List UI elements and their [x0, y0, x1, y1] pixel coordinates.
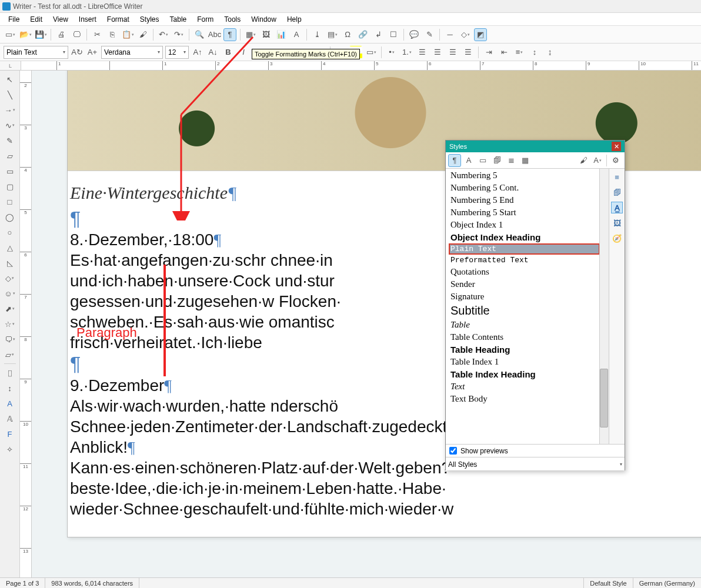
style-item[interactable]: Text	[449, 381, 599, 392]
print-preview-button[interactable]: 🖵	[70, 28, 83, 41]
style-item[interactable]: Table Contents	[449, 332, 599, 343]
save-button[interactable]: 💾	[34, 28, 47, 41]
style-item[interactable]: Object Index Heading	[449, 232, 599, 243]
vertical-ruler[interactable]: 2345678910111213	[20, 71, 32, 577]
hyperlink-btn[interactable]: 🔗	[356, 28, 369, 41]
spellcheck-button[interactable]: Abc	[208, 28, 221, 41]
font-size-combo[interactable]: 12	[165, 46, 189, 59]
menu-styles[interactable]: Styles	[135, 14, 164, 25]
text-box-tool[interactable]: A	[4, 397, 16, 410]
right-triangle-tool[interactable]: ◺	[4, 256, 16, 269]
status-wordcount[interactable]: 983 words, 6,014 characters	[45, 578, 139, 588]
shrink-font-btn[interactable]: A↓	[206, 46, 219, 59]
menu-view[interactable]: View	[48, 14, 73, 25]
table-styles-tab[interactable]: ▦	[519, 154, 532, 167]
styles-tab-icon[interactable]: A̲	[611, 202, 623, 213]
update-style-btn[interactable]: A↻	[71, 46, 84, 59]
show-previews-checkbox[interactable]	[449, 447, 457, 455]
menu-format[interactable]: Format	[102, 14, 134, 25]
ellipse-tool[interactable]: ◯	[4, 211, 16, 223]
cut-button[interactable]: ✂	[91, 28, 104, 41]
shapes-btn[interactable]: ◇	[459, 28, 472, 41]
insert-textbox-btn[interactable]: A	[290, 28, 303, 41]
print-button[interactable]: 🖨	[55, 28, 68, 41]
styles-panel[interactable]: Styles ✕ ¶ A ▭ 🗐 ≣ ▦ 🖌 A ⚙ Numbering 5Nu…	[445, 140, 625, 470]
flowchart-shapes-tool[interactable]: ▱	[4, 348, 16, 361]
page-styles-tab[interactable]: 🗐	[490, 154, 503, 167]
properties-tab-icon[interactable]: ≡	[611, 171, 623, 183]
close-icon[interactable]: ✕	[612, 142, 621, 151]
status-pagestyle[interactable]: Default Style	[584, 578, 633, 588]
freeform-tool[interactable]: ✎	[4, 134, 16, 147]
align-left-btn[interactable]: ☰	[416, 46, 429, 59]
style-item[interactable]: Plain Text	[449, 244, 599, 254]
style-item[interactable]: Table Heading	[449, 344, 599, 355]
insert-table-btn[interactable]: ▦	[244, 28, 257, 41]
track-changes-btn[interactable]: ✎	[423, 28, 436, 41]
new-style-btn[interactable]: A+	[86, 46, 99, 59]
undo-button[interactable]: ↶	[157, 28, 170, 41]
para-spacing-dec-btn[interactable]: ↨	[543, 46, 556, 59]
insert-image-btn[interactable]: 🖼	[259, 28, 272, 41]
insert-chart-btn[interactable]: 📊	[275, 28, 288, 41]
line-tool[interactable]: ╲	[4, 88, 16, 101]
points-edit-tool[interactable]: ✧	[4, 443, 16, 456]
paragraph-styles-tab[interactable]: ¶	[448, 154, 461, 167]
select-tool[interactable]: ↖	[4, 73, 16, 86]
list-styles-tab[interactable]: ≣	[505, 154, 518, 167]
gallery-tab-icon[interactable]: 🖼	[611, 217, 623, 229]
style-item[interactable]: Sender	[449, 279, 599, 290]
basic-shapes-tool[interactable]: ◇	[4, 272, 16, 285]
paragraph-style-combo[interactable]: Plain Text	[4, 46, 68, 59]
indent-dec-btn[interactable]: ⇤	[498, 46, 510, 59]
circle-tool[interactable]: ○	[4, 226, 16, 239]
fill-format-btn[interactable]: 🖌	[577, 154, 590, 167]
bullets-btn[interactable]: •	[385, 46, 398, 59]
style-item[interactable]: Table Index 1	[449, 356, 599, 368]
menu-file[interactable]: File	[4, 14, 24, 25]
scroll-thumb[interactable]	[600, 369, 608, 427]
formatting-marks-button[interactable]: ¶	[223, 28, 236, 41]
new-style-from-sel-btn[interactable]: A	[591, 154, 604, 167]
settings-icon[interactable]: ⚙	[609, 154, 622, 167]
triangle-tool[interactable]: △	[4, 241, 16, 254]
frame-styles-tab[interactable]: ▭	[476, 154, 489, 167]
page-tab-icon[interactable]: 🗐	[611, 186, 623, 198]
paste-button[interactable]: 📋	[121, 28, 134, 41]
style-item[interactable]: Numbering 5 Start	[449, 207, 599, 218]
menu-edit[interactable]: Edit	[25, 14, 47, 25]
format-paintbrush-button[interactable]: 🖌	[136, 28, 149, 41]
style-item[interactable]: Quotations	[449, 266, 599, 278]
numbering-btn[interactable]: 1.	[400, 46, 413, 59]
grow-font-btn[interactable]: A↑	[191, 46, 204, 59]
style-item[interactable]: Signature	[449, 291, 599, 302]
rect-tool[interactable]: ▭	[4, 165, 16, 178]
menu-help[interactable]: Help	[282, 14, 306, 25]
find-button[interactable]: 🔍	[193, 28, 206, 41]
align-center-btn[interactable]: ☰	[431, 46, 444, 59]
menu-tools[interactable]: Tools	[219, 14, 245, 25]
styles-panel-titlebar[interactable]: Styles ✕	[446, 141, 625, 152]
font-name-combo[interactable]: Verdana	[101, 46, 163, 59]
horizontal-ruler[interactable]: 11234567891011	[21, 61, 701, 70]
style-item[interactable]: Table Index Heading	[449, 369, 599, 380]
image-frame-tool[interactable]: F	[4, 427, 16, 440]
para-color-btn[interactable]: ▭	[365, 46, 378, 59]
align-right-btn[interactable]: ☰	[446, 46, 459, 59]
status-page[interactable]: Page 1 of 3	[0, 578, 45, 588]
style-item[interactable]: Text Body	[449, 393, 599, 405]
styles-filter-combo[interactable]: All Styles	[446, 457, 625, 470]
navigator-tab-icon[interactable]: 🧭	[611, 232, 623, 244]
polygon-tool[interactable]: ▱	[4, 149, 16, 162]
caption-tool[interactable]: ⌷	[4, 366, 16, 379]
page-break-btn[interactable]: ⤓	[311, 28, 323, 41]
style-item[interactable]: Subtitle	[449, 303, 599, 318]
scrollbar[interactable]	[599, 169, 609, 444]
arrow-line-tool[interactable]: →	[4, 103, 16, 116]
menu-window[interactable]: Window	[246, 14, 281, 25]
style-item[interactable]: Table	[449, 319, 599, 330]
align-justify-btn[interactable]: ☰	[462, 46, 475, 59]
line-spacing-btn[interactable]: ≡	[513, 46, 526, 59]
menu-form[interactable]: Form	[192, 14, 218, 25]
style-item[interactable]: Numbering 5 Cont.	[449, 182, 599, 193]
